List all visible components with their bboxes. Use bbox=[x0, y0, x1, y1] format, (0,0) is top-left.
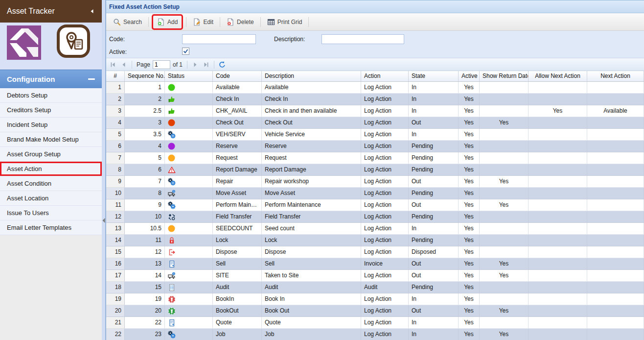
cell-num[interactable]: 17 bbox=[106, 270, 125, 282]
cell-code[interactable]: Reserve bbox=[213, 141, 262, 152]
cell-state[interactable]: In bbox=[409, 82, 459, 94]
cell-allow-next-action[interactable] bbox=[529, 94, 587, 105]
cell-state[interactable]: In bbox=[409, 329, 459, 340]
cell-action[interactable]: Log Action bbox=[361, 105, 409, 117]
cell-num[interactable]: 13 bbox=[106, 223, 125, 235]
cell-allow-next-action[interactable] bbox=[529, 164, 587, 176]
cell-state[interactable]: In bbox=[409, 105, 459, 117]
cell-allow-next-action[interactable] bbox=[529, 176, 587, 188]
cell-status[interactable] bbox=[165, 270, 213, 282]
cell-description[interactable]: Move Asset bbox=[262, 188, 361, 199]
cell-num[interactable]: 16 bbox=[106, 258, 125, 270]
cell-code[interactable]: Report Damage bbox=[213, 164, 262, 176]
cell-code[interactable]: BookIn bbox=[213, 293, 262, 305]
grid-row[interactable]: 1714SITETaken to SiteLog ActionOutYesYes bbox=[106, 270, 644, 282]
cell-action[interactable]: Log Action bbox=[361, 188, 409, 199]
cell-state[interactable]: Pending bbox=[409, 188, 459, 199]
cell-code[interactable]: Dispose bbox=[213, 246, 262, 258]
refresh-icon[interactable] bbox=[217, 60, 227, 70]
cell-action[interactable]: Log Action bbox=[361, 211, 409, 223]
cell-state[interactable]: In bbox=[409, 293, 459, 305]
cell-description[interactable]: Vehicle Service bbox=[262, 129, 361, 141]
section-header-configuration[interactable]: Configuration bbox=[0, 70, 102, 88]
cell-description[interactable]: Repair workshop bbox=[262, 176, 361, 188]
sidebar-item-asset-condition[interactable]: Asset Condition bbox=[0, 176, 102, 191]
cell-status[interactable] bbox=[165, 317, 213, 329]
cell-state[interactable]: Disposed bbox=[409, 246, 459, 258]
column-header-num[interactable]: # bbox=[106, 71, 125, 81]
cell-state[interactable]: In bbox=[409, 317, 459, 329]
cell-active[interactable]: Yes bbox=[459, 317, 480, 329]
cell-code[interactable]: Field Transfer bbox=[213, 211, 262, 223]
cell-sequence[interactable]: 10.5 bbox=[125, 223, 165, 235]
cell-active[interactable]: Yes bbox=[459, 235, 480, 246]
cell-num[interactable]: 22 bbox=[106, 329, 125, 340]
column-header-code[interactable]: Code bbox=[213, 71, 262, 81]
cell-code[interactable]: SITE bbox=[213, 270, 262, 282]
cell-description[interactable]: Available bbox=[262, 82, 361, 94]
cell-action[interactable]: Log Action bbox=[361, 164, 409, 176]
grid-row[interactable]: 1310.5SEEDCOUNTSeed countLog ActionInYes bbox=[106, 223, 644, 235]
cell-show-return-date[interactable]: Yes bbox=[480, 199, 529, 211]
cell-state[interactable]: In bbox=[409, 129, 459, 141]
cell-num[interactable]: 11 bbox=[106, 199, 125, 211]
cell-sequence[interactable]: 22 bbox=[125, 317, 165, 329]
grid-row[interactable]: 75RequestRequestLog ActionPendingYes bbox=[106, 152, 644, 164]
last-page-icon[interactable] bbox=[201, 60, 211, 70]
cell-active[interactable]: Yes bbox=[459, 105, 480, 117]
cell-num[interactable]: 10 bbox=[106, 188, 125, 199]
cell-code[interactable]: Move Asset bbox=[213, 188, 262, 199]
cell-sequence[interactable]: 20 bbox=[125, 305, 165, 317]
cell-sequence[interactable]: 4 bbox=[125, 141, 165, 152]
column-header-status-icon[interactable]: Status bbox=[165, 71, 213, 81]
cell-action[interactable]: Log Action bbox=[361, 270, 409, 282]
cell-status[interactable] bbox=[165, 164, 213, 176]
sidebar-item-incident-setup[interactable]: Incident Setup bbox=[0, 118, 102, 132]
cell-show-return-date[interactable] bbox=[480, 317, 529, 329]
cell-sequence[interactable]: 14 bbox=[125, 270, 165, 282]
cell-active[interactable]: Yes bbox=[459, 305, 480, 317]
toolbar-button-print-grid[interactable]: Print Grid bbox=[263, 16, 306, 28]
sidebar-item-issue-to-users[interactable]: Issue To Users bbox=[0, 206, 102, 220]
cell-show-return-date[interactable]: Yes bbox=[480, 329, 529, 340]
cell-code[interactable]: Request bbox=[213, 152, 262, 164]
grid-row[interactable]: 119Perform MaintenancePerform Maintenanc… bbox=[106, 199, 644, 211]
sidebar-splitter[interactable] bbox=[102, 0, 106, 340]
cell-allow-next-action[interactable] bbox=[529, 270, 587, 282]
cell-next-action[interactable] bbox=[587, 117, 644, 129]
cell-sequence[interactable]: 11 bbox=[125, 235, 165, 246]
cell-allow-next-action[interactable] bbox=[529, 235, 587, 246]
grid-row[interactable]: 1512DisposeDisposeLog ActionDisposedYes bbox=[106, 246, 644, 258]
cell-description[interactable]: Check In bbox=[262, 94, 361, 105]
cell-description[interactable]: Taken to Site bbox=[262, 270, 361, 282]
cell-allow-next-action[interactable] bbox=[529, 317, 587, 329]
cell-sequence[interactable]: 23 bbox=[125, 329, 165, 340]
cell-next-action[interactable] bbox=[587, 176, 644, 188]
cell-state[interactable]: Pending bbox=[409, 235, 459, 246]
cell-description[interactable]: Seed count bbox=[262, 223, 361, 235]
grid-row[interactable]: 53.5VEH/SERVVehicle ServiceLog ActionInY… bbox=[106, 129, 644, 141]
cell-next-action[interactable] bbox=[587, 270, 644, 282]
cell-next-action[interactable] bbox=[587, 188, 644, 199]
cell-status[interactable] bbox=[165, 82, 213, 94]
cell-status[interactable] bbox=[165, 293, 213, 305]
cell-status[interactable] bbox=[165, 282, 213, 293]
cell-state[interactable]: Pending bbox=[409, 211, 459, 223]
cell-state[interactable]: Pending bbox=[409, 164, 459, 176]
cell-code[interactable]: Sell bbox=[213, 258, 262, 270]
cell-allow-next-action[interactable] bbox=[529, 282, 587, 293]
cell-description[interactable]: Job bbox=[262, 329, 361, 340]
sidebar-item-asset-action[interactable]: Asset Action bbox=[0, 162, 102, 176]
cell-show-return-date[interactable] bbox=[480, 129, 529, 141]
column-header-description[interactable]: Description bbox=[262, 71, 361, 81]
cell-code[interactable]: CHK_AVAIL bbox=[213, 105, 262, 117]
cell-description[interactable]: Lock bbox=[262, 235, 361, 246]
cell-sequence[interactable]: 13 bbox=[125, 258, 165, 270]
cell-active[interactable]: Yes bbox=[459, 152, 480, 164]
cell-sequence[interactable]: 9 bbox=[125, 199, 165, 211]
cell-next-action[interactable] bbox=[587, 129, 644, 141]
cell-active[interactable]: Yes bbox=[459, 188, 480, 199]
cell-allow-next-action[interactable] bbox=[529, 293, 587, 305]
cell-description[interactable]: Request bbox=[262, 152, 361, 164]
cell-show-return-date[interactable]: Yes bbox=[480, 117, 529, 129]
